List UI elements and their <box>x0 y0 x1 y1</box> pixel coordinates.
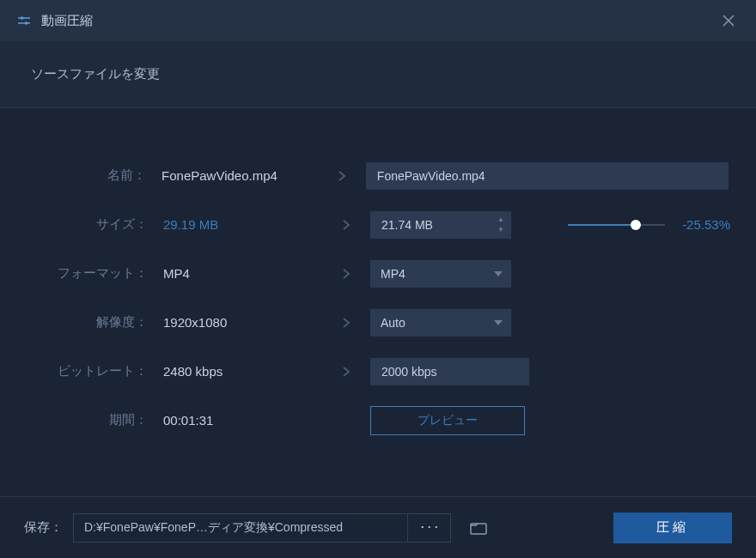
save-label: 保存： <box>24 519 63 536</box>
svg-marker-7 <box>494 320 503 325</box>
chevron-right-icon <box>319 169 366 183</box>
chevron-down-icon <box>494 271 503 276</box>
size-slider[interactable] <box>568 224 665 227</box>
label-resolution: 解像度： <box>26 314 163 331</box>
compress-button[interactable]: 圧縮 <box>613 513 732 543</box>
sliders-icon <box>17 14 31 27</box>
spinner-up-icon[interactable]: ▲ <box>494 215 508 225</box>
target-format-value: MP4 <box>381 267 405 281</box>
browse-button[interactable]: ･･･ <box>408 513 451 543</box>
label-name: 名前： <box>26 167 162 184</box>
target-format-select[interactable]: MP4 <box>370 260 511 288</box>
svg-rect-3 <box>25 22 27 25</box>
row-format: フォーマット： MP4 MP4 <box>26 249 730 298</box>
target-size-spinner[interactable]: ▲ ▼ <box>370 211 511 239</box>
target-name-input[interactable] <box>366 162 729 190</box>
label-duration: 期間： <box>26 412 163 428</box>
titlebar-left: 動画圧縮 <box>17 13 93 29</box>
chevron-right-icon <box>322 267 370 281</box>
chevron-right-icon <box>322 316 370 330</box>
open-folder-button[interactable] <box>463 513 494 543</box>
subtitle: ソースファイルを変更 <box>0 41 756 108</box>
svg-marker-6 <box>494 271 503 276</box>
save-path-group: D:¥FonePaw¥FoneP…ディア変換¥Compressed ･･･ <box>73 513 494 543</box>
chevron-down-icon <box>494 320 503 325</box>
target-resolution-value: Auto <box>381 316 405 330</box>
target-bitrate-input[interactable] <box>370 358 529 385</box>
compression-percent: -25.53% <box>682 217 730 232</box>
label-size: サイズ： <box>26 216 163 233</box>
row-duration: 期間： 00:01:31 プレビュー <box>26 396 730 445</box>
spinner-down-icon[interactable]: ▼ <box>494 225 508 235</box>
footer: 保存： D:¥FonePaw¥FoneP…ディア変換¥Compressed ･･… <box>0 496 756 558</box>
row-name: 名前： FonePawVideo.mp4 <box>26 151 730 200</box>
row-size: サイズ： 29.19 MB ▲ ▼ -25.53% <box>26 200 730 249</box>
svg-rect-2 <box>21 17 23 20</box>
window-title: 動画圧縮 <box>41 13 93 29</box>
target-size-input[interactable] <box>370 211 511 239</box>
source-name: FonePawVideo.mp4 <box>162 168 319 183</box>
close-button[interactable] <box>718 10 739 31</box>
source-resolution: 1920x1080 <box>163 315 322 330</box>
source-size: 29.19 MB <box>163 217 322 232</box>
preview-button[interactable]: プレビュー <box>370 406 525 435</box>
save-path: D:¥FonePaw¥FoneP…ディア変換¥Compressed <box>73 513 408 543</box>
chevron-right-icon <box>322 218 370 232</box>
target-resolution-select[interactable]: Auto <box>370 309 511 337</box>
row-resolution: 解像度： 1920x1080 Auto <box>26 298 730 347</box>
slider-thumb[interactable] <box>631 220 641 230</box>
chevron-right-icon <box>322 365 370 379</box>
row-bitrate: ビットレート： 2480 kbps <box>26 347 730 396</box>
label-format: フォーマット： <box>26 265 163 282</box>
source-bitrate: 2480 kbps <box>163 364 322 379</box>
main-panel: 名前： FonePawVideo.mp4 サイズ： 29.19 MB ▲ ▼ <box>0 108 756 496</box>
titlebar: 動画圧縮 <box>0 0 756 41</box>
source-format: MP4 <box>163 266 322 281</box>
slider-fill <box>568 224 636 226</box>
label-bitrate: ビットレート： <box>26 363 163 379</box>
source-duration: 00:01:31 <box>163 413 322 428</box>
